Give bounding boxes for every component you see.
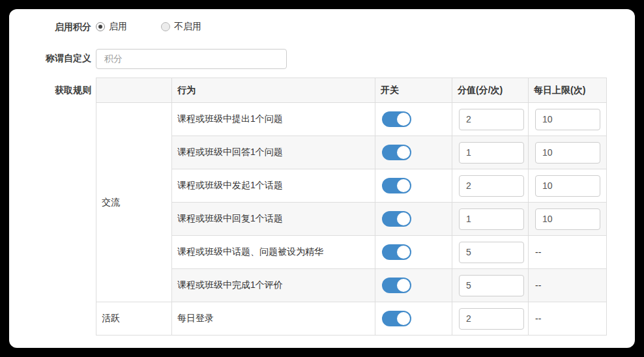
score-input[interactable] (459, 208, 524, 230)
table-row: 课程或班级中完成1个评价 -- (96, 269, 607, 302)
toggle-knob-icon (397, 179, 410, 192)
daily-limit-input[interactable] (535, 109, 600, 130)
behavior-cell: 课程或班级中回复1个话题 (172, 203, 375, 236)
behavior-cell: 课程或班级中完成1个评价 (172, 269, 375, 302)
radio-disable-icon[interactable] (161, 22, 170, 31)
settings-panel: 启用积分 启用 不启用 称谓自定义 获取规则 行为 开关 分值(分/次) 每日上 (9, 9, 635, 348)
behavior-cell: 课程或班级中提出1个问题 (172, 103, 375, 136)
switch-toggle[interactable] (382, 278, 411, 293)
table-row: 课程或班级中话题、问题被设为精华 -- (96, 236, 607, 269)
group-cell-active: 活跃 (96, 302, 172, 336)
table-row: 课程或班级中回复1个话题 (96, 203, 607, 236)
custom-title-input[interactable] (96, 49, 287, 69)
toggle-knob-icon (397, 113, 410, 126)
enable-points-label: 启用积分 (9, 20, 91, 33)
table-row: 课程或班级中发起1个话题 (96, 169, 607, 203)
switch-toggle[interactable] (382, 244, 411, 260)
score-input[interactable] (459, 275, 524, 296)
group-cell-communication: 交流 (96, 103, 172, 302)
behavior-cell: 课程或班级中话题、问题被设为精华 (172, 236, 375, 269)
radio-enable-icon[interactable] (96, 22, 105, 31)
score-input[interactable] (459, 142, 524, 164)
rules-label: 获取规则 (9, 83, 91, 96)
score-input[interactable] (459, 242, 524, 263)
behavior-cell: 每日登录 (172, 302, 375, 336)
radio-option-disable[interactable]: 不启用 (161, 21, 201, 33)
radio-enable-label: 启用 (109, 21, 127, 33)
radio-option-enable[interactable]: 启用 (96, 21, 127, 33)
switch-toggle[interactable] (382, 311, 411, 326)
toggle-knob-icon (397, 212, 410, 225)
toggle-knob-icon (397, 279, 410, 292)
header-daily-limit: 每日上限(次) (529, 78, 607, 103)
rules-table: 行为 开关 分值(分/次) 每日上限(次) 交流 课程或班级中提出1个问题 课程… (96, 78, 607, 336)
toggle-knob-icon (397, 312, 410, 325)
switch-toggle[interactable] (382, 211, 411, 227)
header-score: 分值(分/次) (452, 78, 529, 103)
custom-title-label: 称谓自定义 (9, 51, 91, 64)
daily-limit-text: -- (535, 313, 541, 324)
table-row: 活跃 每日登录 -- (96, 302, 607, 336)
header-switch: 开关 (375, 78, 452, 103)
daily-limit-input[interactable] (535, 208, 600, 230)
score-input[interactable] (459, 175, 524, 197)
behavior-cell: 课程或班级中回答1个问题 (172, 136, 375, 169)
daily-limit-text: -- (535, 247, 541, 257)
radio-disable-label: 不启用 (174, 21, 201, 33)
switch-toggle[interactable] (382, 145, 411, 160)
score-input[interactable] (459, 109, 524, 130)
score-input[interactable] (459, 308, 524, 330)
behavior-cell: 课程或班级中发起1个话题 (172, 169, 375, 203)
table-row: 交流 课程或班级中提出1个问题 (96, 103, 607, 136)
table-header-row: 行为 开关 分值(分/次) 每日上限(次) (96, 78, 607, 103)
toggle-knob-icon (397, 246, 410, 259)
daily-limit-text: -- (535, 280, 541, 291)
enable-points-radio-group: 启用 不启用 (96, 18, 201, 35)
daily-limit-input[interactable] (535, 142, 600, 164)
switch-toggle[interactable] (382, 111, 411, 127)
table-row: 课程或班级中回答1个问题 (96, 136, 607, 169)
switch-toggle[interactable] (382, 178, 411, 193)
rules-table-wrap: 行为 开关 分值(分/次) 每日上限(次) 交流 课程或班级中提出1个问题 课程… (96, 78, 607, 336)
header-behavior: 行为 (172, 78, 375, 103)
header-group (96, 78, 172, 103)
daily-limit-input[interactable] (535, 175, 600, 197)
toggle-knob-icon (397, 146, 410, 159)
